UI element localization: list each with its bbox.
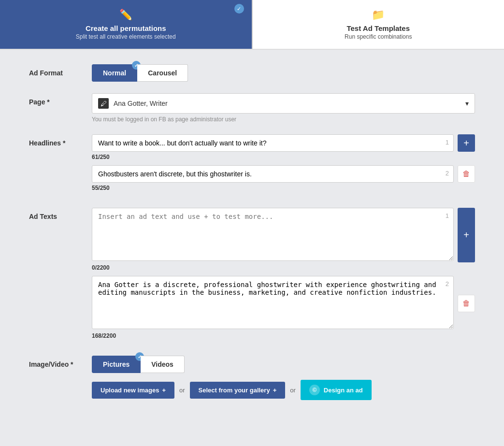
- image-video-label: Image/Video *: [29, 356, 92, 368]
- tab-test-templates[interactable]: 📁 Test Ad Templates Run specific combina…: [253, 0, 504, 49]
- page-dropdown[interactable]: 🖊 Ana Gotter, Writer ▾: [92, 93, 475, 114]
- upload-plus-icon: +: [162, 387, 166, 394]
- tab1-subtitle: Split test all creative elements selecte…: [76, 33, 176, 40]
- ad-text-2-number: 2: [446, 280, 449, 288]
- top-tabs-container: ✏️ Create all permutations Split test al…: [0, 0, 504, 50]
- ad-text-2-charcount: 168/2200: [92, 332, 475, 339]
- headline-2-charcount: 55/250: [92, 185, 475, 191]
- tab-create-permutations[interactable]: ✏️ Create all permutations Split test al…: [0, 0, 252, 49]
- image-format-btn-videos[interactable]: Videos: [141, 356, 185, 373]
- delete-ad-text-2-button[interactable]: 🗑: [458, 295, 475, 312]
- tab1-check: ✓: [234, 4, 244, 14]
- select-from-gallery-button[interactable]: Select from your gallery +: [190, 382, 286, 399]
- page-helper-text: You must be logged in on FB as page admi…: [92, 116, 475, 123]
- ad-text-input-1[interactable]: [92, 208, 454, 261]
- format-btn-carousel[interactable]: Carousel: [137, 64, 188, 82]
- add-ad-text-button[interactable]: +: [458, 208, 475, 262]
- format-btn-normal[interactable]: Normal ✓: [92, 64, 137, 82]
- or-text-2: or: [290, 387, 296, 394]
- headline-1-charcount: 61/250: [92, 154, 475, 160]
- headline-2-number: 2: [446, 170, 449, 177]
- headlines-label: Headlines *: [29, 134, 92, 147]
- ad-text-1-charcount: 0/2200: [92, 264, 475, 271]
- folder-icon: 📁: [372, 9, 385, 21]
- headline-input-2[interactable]: [92, 165, 454, 183]
- design-label: Design an ad: [324, 387, 363, 394]
- page-avatar-icon: 🖊: [98, 98, 109, 109]
- image-video-controls: Pictures ✓ Videos Upload new images + or…: [92, 356, 475, 400]
- headline-1-number: 1: [446, 139, 449, 146]
- add-headline-button[interactable]: +: [458, 134, 475, 152]
- gallery-label: Select from your gallery: [199, 387, 270, 394]
- tab2-title: Test Ad Templates: [346, 24, 410, 32]
- ad-texts-label: Ad Texts: [29, 208, 92, 220]
- page-label: Page *: [29, 93, 92, 106]
- page-selected-value: Ana Gotter, Writer: [114, 100, 168, 107]
- tab2-subtitle: Run specific combinations: [345, 33, 412, 40]
- pencil-icon: ✏️: [119, 9, 132, 21]
- ad-texts-controls: 1 + 0/2200 Ana Gotter is a discrete, pro…: [92, 208, 475, 344]
- design-icon: ©: [309, 385, 320, 395]
- ad-text-1-number: 1: [446, 212, 449, 219]
- or-text-1: or: [179, 387, 185, 394]
- page-controls: 🖊 Ana Gotter, Writer ▾ You must be logge…: [92, 93, 475, 123]
- chevron-down-icon: ▾: [465, 100, 469, 107]
- headlines-controls: 1 + 61/250 2 🗑 55/250: [92, 134, 475, 196]
- design-an-ad-button[interactable]: © Design an ad: [301, 380, 372, 400]
- image-format-btn-pictures[interactable]: Pictures ✓: [92, 356, 141, 373]
- tab1-title: Create all permutations: [86, 24, 166, 32]
- upload-label: Upload new images: [101, 387, 159, 394]
- gallery-plus-icon: +: [273, 387, 277, 394]
- ad-format-controls: Normal ✓ Carousel: [92, 64, 475, 82]
- ad-format-label: Ad Format: [29, 64, 92, 77]
- delete-headline-2-button[interactable]: 🗑: [458, 165, 475, 183]
- ad-text-input-2[interactable]: Ana Gotter is a discrete, professional g…: [92, 276, 454, 329]
- headline-input-1[interactable]: [92, 134, 454, 152]
- upload-new-images-button[interactable]: Upload new images +: [92, 382, 174, 399]
